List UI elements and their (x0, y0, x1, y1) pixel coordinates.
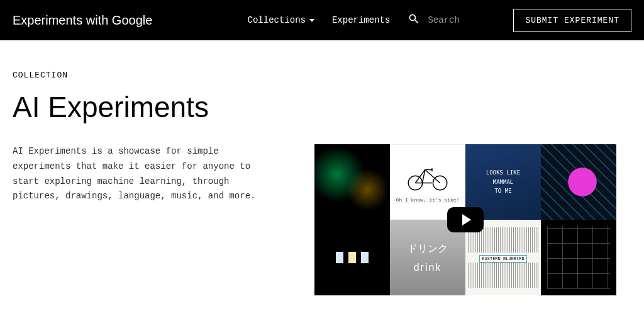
phone-text-line3: TO ME (494, 186, 511, 195)
chevron-down-icon (309, 19, 314, 22)
video-tile-blocks (314, 220, 390, 295)
play-button[interactable] (447, 207, 484, 232)
drink-japanese: ドリンク (408, 242, 448, 256)
play-icon (462, 214, 471, 225)
video-thumbnail-grid[interactable]: Oh I know, it's bike! LOOKS LIKE MAMMAL … (314, 144, 616, 295)
phone-text-line1: LOOKS LIKE (486, 168, 520, 177)
video-tile-pink-blob (541, 144, 616, 220)
phone-text-line2: MAMMAL (493, 178, 514, 186)
page-description: AI Experiments is a showcase for simple … (13, 144, 277, 204)
page-title: AI Experiments (13, 90, 631, 124)
nav-collections[interactable]: Collections (248, 15, 314, 25)
main-content: COLLECTION AI Experiments AI Experiments… (0, 40, 644, 308)
site-header: Experiments with Google Collections Expe… (0, 0, 644, 40)
nav-experiments-label: Experiments (332, 15, 390, 25)
search-input[interactable] (428, 15, 484, 25)
block-icon (348, 252, 356, 263)
video-tile-grid (541, 220, 616, 295)
waveform-icon (468, 263, 538, 288)
block-icon (361, 252, 369, 263)
bike-icon (406, 161, 450, 192)
nav-collections-label: Collections (248, 15, 306, 25)
collection-eyebrow: COLLECTION (13, 71, 631, 80)
search-container (408, 13, 484, 28)
drink-english: drink (414, 262, 442, 273)
nav-experiments[interactable]: Experiments (332, 15, 390, 25)
block-icon (336, 252, 343, 263)
search-icon[interactable] (408, 13, 420, 28)
bike-caption: Oh I know, it's bike! (394, 196, 462, 204)
primary-nav: Collections Experiments SUBMIT EXPERIMEN… (248, 9, 631, 32)
site-logo[interactable]: Experiments with Google (13, 13, 152, 28)
bird-label: EASTERN BLUEBIRD (479, 255, 526, 263)
submit-experiment-button[interactable]: SUBMIT EXPERIMENT (513, 9, 631, 32)
video-tile-particles (314, 144, 390, 220)
